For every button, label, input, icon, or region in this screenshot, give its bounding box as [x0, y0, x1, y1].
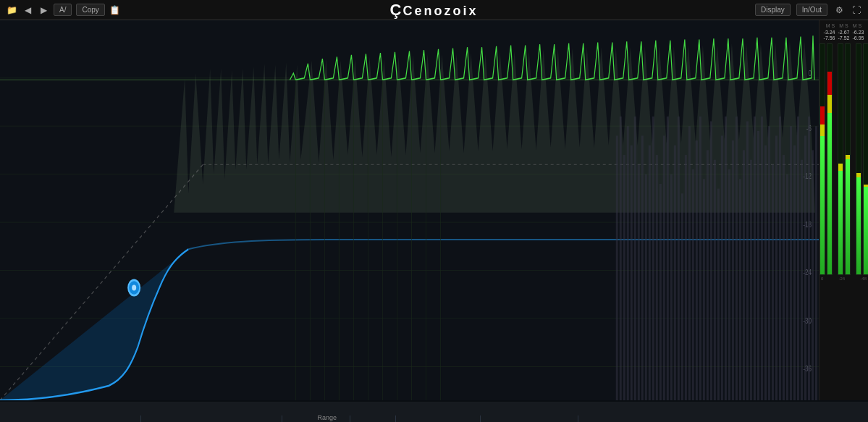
separator-4 [395, 415, 396, 422]
inout-button[interactable]: In/Out [796, 4, 827, 16]
vu-val-4: -7.52 [838, 35, 850, 41]
svg-rect-61 [725, 117, 727, 400]
separator-5 [480, 415, 481, 422]
clipboard-icon[interactable]: 📋 [109, 4, 121, 16]
svg-rect-53 [696, 140, 698, 400]
vu-red-2 [827, 72, 832, 95]
brand-logo: ÇCenozoix [390, 4, 479, 18]
scale-mid: -24 [839, 277, 846, 281]
svg-rect-85 [812, 150, 814, 400]
vu-readings: -3.24 -7.56 -2.67 -7.52 -6.23 -6.95 [824, 30, 864, 41]
svg-rect-44 [663, 135, 665, 400]
svg-rect-37 [638, 164, 640, 400]
vu-meter-5 [856, 43, 861, 275]
svg-rect-81 [797, 117, 799, 400]
waveform-display: 0 -6 -12 -18 -24 -30 -36 [0, 20, 819, 400]
svg-rect-45 [667, 117, 669, 400]
svg-rect-55 [703, 179, 705, 400]
svg-rect-83 [804, 135, 806, 400]
svg-rect-77 [783, 155, 785, 400]
svg-rect-31 [616, 135, 618, 400]
resize-icon[interactable]: ⛶ [851, 4, 862, 16]
vu-reading-group-3: -6.23 -6.95 [852, 30, 864, 41]
ab-button[interactable]: A/ [54, 4, 72, 16]
svg-rect-38 [641, 135, 644, 400]
svg-rect-41 [652, 117, 654, 400]
svg-rect-58 [714, 160, 716, 400]
range-label: Range [318, 414, 337, 421]
svg-rect-56 [707, 150, 709, 400]
top-bar: 📁 ◀ ▶ A/ Copy 📋 ÇCenozoix Display In/Out… [0, 0, 868, 20]
svg-rect-82 [801, 160, 803, 400]
svg-rect-49 [681, 193, 683, 400]
svg-rect-64 [736, 117, 738, 400]
main-area: 0 -6 -12 -18 -24 -30 -36 [0, 20, 868, 400]
vu-label-2: S [832, 23, 835, 28]
vu-yellow-2 [827, 95, 832, 113]
svg-rect-70 [757, 131, 759, 400]
folder-icon[interactable]: 📁 [6, 4, 17, 16]
vu-label-6: S [859, 23, 862, 28]
svg-rect-62 [728, 169, 730, 400]
separator-6 [578, 415, 578, 422]
svg-rect-73 [768, 126, 770, 400]
svg-rect-86 [815, 126, 817, 400]
svg-rect-72 [764, 145, 767, 400]
svg-rect-54 [699, 117, 701, 400]
vu-meter-bars [819, 43, 869, 275]
svg-rect-78 [786, 174, 788, 400]
vu-ms-labels: M S M S M S [826, 23, 862, 28]
vu-yellow-1 [820, 125, 825, 136]
svg-rect-80 [793, 145, 796, 400]
forward-icon[interactable]: ▶ [38, 4, 49, 16]
svg-rect-67 [746, 122, 749, 400]
vu-green-6 [864, 187, 868, 274]
svg-rect-71 [761, 117, 763, 400]
range-slider-group: Range +26.40dB +48.39dB [315, 414, 340, 422]
scale-bot: -48 [860, 277, 867, 281]
svg-rect-69 [754, 117, 756, 400]
vu-green-2 [827, 113, 832, 274]
svg-rect-52 [692, 169, 694, 400]
svg-rect-50 [685, 155, 687, 400]
svg-rect-51 [688, 126, 691, 400]
svg-rect-74 [772, 164, 774, 400]
svg-rect-33 [623, 155, 625, 400]
svg-rect-43 [660, 184, 662, 400]
svg-rect-46 [670, 174, 673, 400]
svg-rect-32 [620, 117, 622, 400]
svg-rect-57 [710, 122, 712, 400]
svg-rect-59 [717, 189, 720, 400]
brand-center: ÇCenozoix [390, 1, 479, 20]
vu-panel: M S M S M S -3.24 -7.56 -2.67 -7.52 -6.2… [819, 20, 868, 400]
vu-db-scale: 0 -24 -48 [821, 277, 867, 281]
svg-point-19 [132, 285, 136, 291]
vu-green-3 [838, 171, 843, 274]
svg-rect-47 [674, 145, 676, 400]
vu-meter-1 [819, 43, 825, 275]
vu-reading-group-2: -2.67 -7.52 [838, 30, 850, 41]
svg-rect-60 [721, 135, 723, 400]
display-button[interactable]: Display [755, 4, 791, 16]
vu-meter-6 [863, 43, 869, 275]
svg-rect-63 [732, 140, 734, 400]
display-area[interactable]: 0 -6 -12 -18 -24 -30 -36 [0, 20, 819, 400]
svg-text:0: 0 [809, 69, 812, 77]
vu-meter-4 [845, 43, 851, 275]
knee-range-section: Knee Range +26.40dB +48.39dB [292, 414, 340, 422]
back-icon[interactable]: ◀ [22, 4, 33, 16]
vu-val-3: -2.67 [838, 30, 850, 35]
separator-3 [350, 415, 350, 422]
settings-icon[interactable]: ⚙ [833, 4, 845, 16]
svg-rect-36 [634, 117, 636, 400]
svg-rect-75 [775, 135, 778, 400]
svg-rect-40 [649, 145, 651, 400]
vu-label-4: S [845, 23, 848, 28]
copy-button[interactable]: Copy [76, 4, 104, 16]
svg-rect-35 [631, 145, 633, 400]
vu-label-3: M [839, 23, 843, 28]
vu-red-1 [820, 106, 825, 125]
svg-rect-34 [627, 126, 629, 400]
svg-rect-66 [743, 150, 745, 400]
vu-val-5: -6.23 [852, 30, 864, 35]
